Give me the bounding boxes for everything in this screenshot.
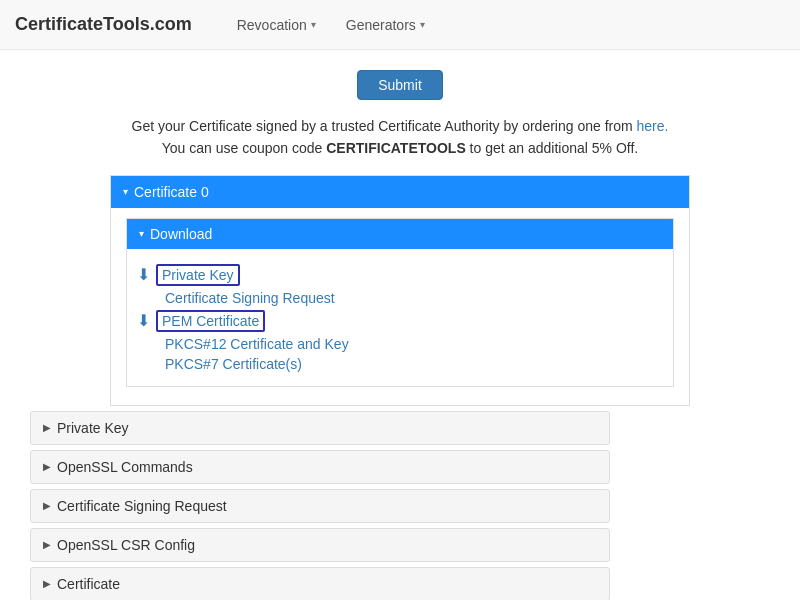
pem-link[interactable]: PEM Certificate [156,310,265,332]
certificate-header-caret-icon: ▾ [123,186,128,197]
download-row-pem: ⬇ PEM Certificate [137,310,663,332]
private-key-link[interactable]: Private Key [156,264,240,286]
generators-caret-icon: ▾ [420,19,425,30]
private-key-caret-icon: ▶ [43,422,51,433]
submit-wrapper: Submit [15,70,785,100]
info-line2-end: to get an additional 5% Off. [466,140,639,156]
csr-section-caret-icon: ▶ [43,500,51,511]
navbar: CertificateTools.com Revocation ▾ Genera… [0,0,800,50]
download-header-caret-icon: ▾ [139,228,144,239]
collapsible-private-key[interactable]: ▶ Private Key [30,411,610,445]
certificate-section-label: Certificate [57,576,120,592]
coupon-code: CERTIFICATETOOLS [326,140,465,156]
download-links: ⬇ Private Key Certificate Signing Reques… [127,259,673,386]
collapsible-certificate[interactable]: ▶ Certificate [30,567,610,600]
private-key-section-label: Private Key [57,420,129,436]
here-link[interactable]: here. [637,118,669,134]
csr-link[interactable]: Certificate Signing Request [165,290,335,306]
pkcs12-link[interactable]: PKCS#12 Certificate and Key [165,336,349,352]
info-line2: You can use coupon code [162,140,327,156]
collapsibles-container: ▶ Private Key ▶ OpenSSL Commands ▶ Certi… [15,406,785,600]
openssl-csr-config-label: OpenSSL CSR Config [57,537,195,553]
openssl-commands-caret-icon: ▶ [43,461,51,472]
revocation-caret-icon: ▾ [311,19,316,30]
download-row-pkcs12: PKCS#12 Certificate and Key [165,336,663,352]
download-panel: ▾ Download ⬇ Private Key Certificate Sig… [126,218,674,387]
nav-revocation-label: Revocation [237,17,307,33]
certificate-section-caret-icon: ▶ [43,578,51,589]
openssl-commands-label: OpenSSL Commands [57,459,193,475]
info-line1: Get your Certificate signed by a trusted… [132,118,637,134]
certificate-panel: ▾ Certificate 0 ▾ Download ⬇ Private Key [110,175,690,406]
openssl-csr-config-caret-icon: ▶ [43,539,51,550]
download-icon-private-key: ⬇ [137,265,150,284]
download-row-private-key: ⬇ Private Key [137,264,663,286]
submit-button[interactable]: Submit [357,70,443,100]
info-text: Get your Certificate signed by a trusted… [15,115,785,160]
collapsible-csr[interactable]: ▶ Certificate Signing Request [30,489,610,523]
collapsible-openssl-csr-config[interactable]: ▶ OpenSSL CSR Config [30,528,610,562]
certificate-panel-header[interactable]: ▾ Certificate 0 [111,176,689,208]
nav-item-generators[interactable]: Generators ▾ [331,0,440,50]
download-row-pkcs7: PKCS#7 Certificate(s) [165,356,663,372]
download-header-label: Download [150,226,212,242]
nav-generators-label: Generators [346,17,416,33]
collapsible-openssl-commands[interactable]: ▶ OpenSSL Commands [30,450,610,484]
certificate-panel-body: ▾ Download ⬇ Private Key Certificate Sig… [111,208,689,405]
brand-link[interactable]: CertificateTools.com [15,14,192,35]
certificate-header-label: Certificate 0 [134,184,209,200]
csr-section-label: Certificate Signing Request [57,498,227,514]
download-header[interactable]: ▾ Download [127,219,673,249]
download-icon-pem: ⬇ [137,311,150,330]
download-row-csr: Certificate Signing Request [165,290,663,306]
main-content: Submit Get your Certificate signed by a … [0,50,800,600]
pkcs7-link[interactable]: PKCS#7 Certificate(s) [165,356,302,372]
nav-item-revocation[interactable]: Revocation ▾ [222,0,331,50]
